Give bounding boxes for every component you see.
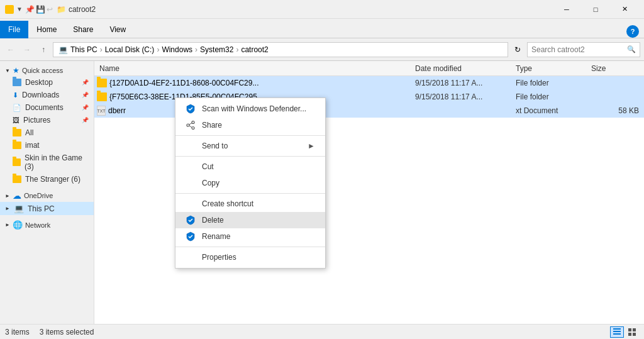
ctx-rename[interactable]: Rename (175, 228, 325, 245)
tab-view[interactable]: View (101, 21, 134, 38)
pin-icon: 📌 (82, 79, 89, 86)
sidebar-network-header[interactable]: ► 🌐 Network (0, 218, 94, 231)
file-size: 58 KB (591, 106, 641, 115)
minimize-button[interactable]: ─ (552, 0, 581, 19)
thispc-label: This PC (28, 204, 55, 213)
sidebar-item-pictures[interactable]: 🖼 Pictures 📌 (0, 114, 94, 126)
path-sep-3: › (195, 45, 197, 54)
path-catroot2[interactable]: catroot2 (241, 45, 268, 54)
shortcut-icon (186, 199, 196, 209)
ctx-properties[interactable]: Properties (175, 249, 325, 265)
onedrive-label: OneDrive (24, 192, 53, 199)
ctx-send-to[interactable]: Send to ► (175, 138, 325, 154)
onedrive-icon: ☁ (13, 191, 21, 201)
ctx-cut[interactable]: Cut (175, 158, 325, 175)
folder-icon (97, 79, 107, 87)
sidebar-item-downloads[interactable]: ⬇ Downloads 📌 (0, 89, 94, 101)
svg-rect-5 (613, 328, 621, 330)
file-type: File folder (516, 79, 591, 87)
chevron-right-icon: ► (5, 222, 10, 228)
path-thispc[interactable]: This PC (70, 45, 97, 54)
table-row[interactable]: {127D0A1D-4EF2-11D1-8608-00C04FC29... 9/… (94, 76, 644, 90)
search-input[interactable] (531, 45, 627, 54)
ctx-shortcut-label: Create shortcut (202, 199, 253, 208)
ctx-share[interactable]: Share (175, 117, 325, 133)
sidebar-item-label: Downloads (22, 91, 59, 99)
tab-share[interactable]: Share (65, 21, 101, 38)
path-sep-4: › (236, 45, 238, 54)
ctx-divider-3 (175, 193, 325, 194)
sidebar-item-imat[interactable]: imat (0, 139, 94, 152)
sidebar-onedrive-header[interactable]: ► ☁ OneDrive (0, 188, 94, 202)
file-type: File folder (516, 92, 591, 101)
svg-point-2 (192, 127, 194, 130)
forward-button[interactable]: → (20, 43, 34, 57)
txt-icon: TXT (97, 106, 106, 116)
path-windows[interactable]: Windows (162, 45, 192, 54)
tab-home[interactable]: Home (28, 21, 65, 38)
ctx-copy[interactable]: Copy (175, 175, 325, 191)
sidebar-thispc-header[interactable]: ► 💻 This PC (0, 202, 94, 215)
refresh-button[interactable]: ↻ (511, 43, 525, 57)
ctx-create-shortcut[interactable]: Create shortcut (175, 196, 325, 212)
folder-icon (13, 79, 21, 86)
window-title: catroot2 (69, 5, 96, 14)
send-icon (186, 141, 196, 151)
ctx-sendto-label: Send to (202, 142, 228, 150)
svg-rect-6 (613, 331, 621, 332)
search-box[interactable]: 🔍 (527, 42, 640, 57)
address-path[interactable]: 💻 This PC › Local Disk (C:) › Windows › … (53, 42, 508, 57)
col-name-header[interactable]: Name (97, 64, 415, 73)
ctx-copy-label: Copy (202, 179, 219, 187)
large-icons-view-button[interactable] (625, 326, 639, 338)
details-view-button[interactable] (610, 326, 624, 338)
ctx-delete-label: Delete (202, 216, 224, 225)
svg-rect-11 (633, 333, 636, 336)
chevron-right-icon: ► (5, 193, 10, 199)
download-icon: ⬇ (13, 91, 18, 99)
ribbon-tabs: File Home Share View ? (0, 19, 644, 38)
tab-file[interactable]: File (0, 21, 28, 38)
sidebar-item-label: Documents (25, 103, 64, 112)
maximize-button[interactable]: □ (581, 0, 610, 19)
submenu-arrow-icon: ► (308, 142, 315, 150)
close-button[interactable]: ✕ (610, 0, 639, 19)
thispc-icon: 💻 (14, 204, 24, 213)
document-icon: 📄 (13, 104, 21, 112)
ribbon: File Home Share View ? (0, 19, 644, 38)
sidebar-item-skin[interactable]: Skin in the Game (3) (0, 152, 94, 173)
cut-icon (186, 162, 196, 172)
context-menu: Scan with Windows Defender... Share Send… (175, 97, 326, 269)
items-count: 3 items (5, 328, 30, 336)
share-icon (186, 120, 196, 130)
sidebar-item-desktop[interactable]: Desktop 📌 (0, 76, 94, 89)
undo-icon: ↩ (47, 5, 53, 14)
svg-rect-8 (628, 328, 631, 331)
svg-rect-7 (613, 333, 621, 335)
help-button[interactable]: ? (626, 25, 639, 38)
svg-rect-10 (628, 333, 631, 336)
svg-line-4 (189, 126, 192, 128)
col-size-header[interactable]: Size (591, 64, 641, 73)
quick-access-label: Quick access (22, 67, 63, 74)
sidebar-quick-access-header[interactable]: ▼ ★ Quick access (0, 64, 94, 76)
col-date-header[interactable]: Date modified (415, 64, 516, 73)
ctx-divider-2 (175, 156, 325, 157)
sidebar-item-stranger[interactable]: The Stranger (6) (0, 173, 94, 186)
col-type-header[interactable]: Type (516, 64, 591, 73)
sidebar-item-documents[interactable]: 📄 Documents 📌 (0, 101, 94, 114)
path-sep-1: › (100, 45, 103, 54)
back-button[interactable]: ← (4, 43, 18, 57)
ctx-scan-defender[interactable]: Scan with Windows Defender... (175, 101, 325, 117)
quick-access-icon: ▼ (16, 6, 23, 13)
ctx-divider-1 (175, 135, 325, 136)
sidebar-item-label: Pictures (23, 116, 50, 125)
sidebar-item-all[interactable]: All (0, 126, 94, 139)
path-sep-2: › (157, 45, 159, 54)
path-localdisk[interactable]: Local Disk (C:) (105, 45, 155, 54)
up-button[interactable]: ↑ (36, 43, 50, 57)
title-bar-icon (5, 5, 14, 14)
path-system32[interactable]: System32 (200, 45, 233, 54)
ctx-delete[interactable]: Delete (175, 212, 325, 228)
rename-shield-icon (186, 231, 196, 242)
